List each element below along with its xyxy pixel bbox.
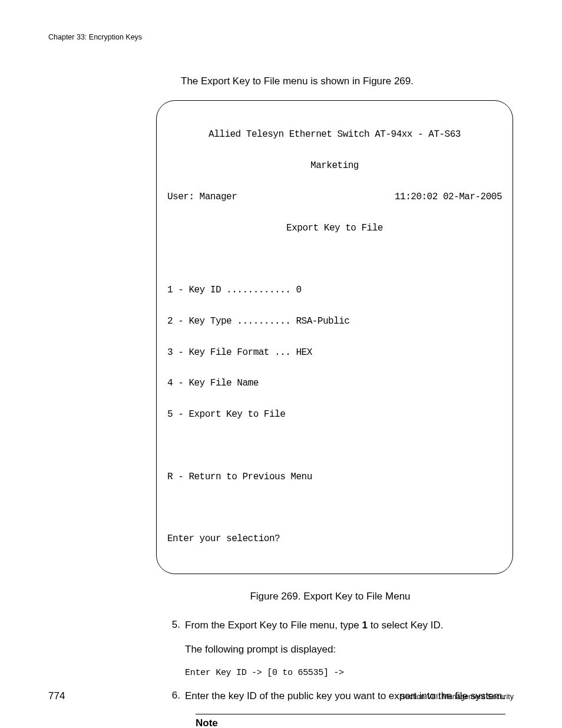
figure-caption: Figure 269. Export Key to File Menu	[146, 591, 515, 602]
terminal-line-5: 5 - Export Key to File	[167, 410, 502, 420]
text: to select Key ID.	[368, 620, 444, 631]
terminal-line-2: 2 - Key Type .......... RSA-Public	[167, 317, 502, 327]
steps-container: 5. From the Export Key to File menu, typ…	[164, 619, 505, 728]
terminal-user: User: Manager	[167, 192, 237, 203]
terminal-blank	[167, 503, 502, 514]
note-block: Note Key Type is a read-only field. You …	[196, 714, 505, 728]
step-5: 5. From the Export Key to File menu, typ…	[164, 619, 505, 679]
terminal-banner-2: Marketing	[167, 161, 502, 172]
page-root: Chapter 33: Encryption Keys The Export K…	[0, 0, 562, 728]
terminal-userline: User: Manager 11:20:02 02-Mar-2005	[167, 192, 502, 203]
step-number: 5.	[164, 619, 185, 679]
terminal-line-1: 1 - Key ID ............ 0	[167, 285, 502, 296]
terminal-title: Export Key to File	[167, 223, 502, 234]
text: From the Export Key to File menu, type	[185, 620, 362, 631]
section-label: Section VIII: Management Security	[401, 693, 514, 701]
terminal-prompt: Enter your selection?	[167, 534, 502, 545]
chapter-header: Chapter 33: Encryption Keys	[48, 33, 514, 41]
terminal-timestamp: 11:20:02 02-Mar-2005	[395, 192, 502, 203]
terminal-line-4: 4 - Key File Name	[167, 378, 502, 389]
step-body: From the Export Key to File menu, type 1…	[185, 619, 505, 679]
terminal-blank	[167, 254, 502, 265]
terminal-output: Enter Key ID -> [0 to 65535] ->	[185, 667, 505, 679]
terminal-frame: Allied Telesyn Ethernet Switch AT-94xx -…	[156, 100, 513, 574]
text-bold: 1	[362, 620, 367, 631]
page-footer: 774 Section VIII: Management Security	[48, 690, 514, 702]
terminal-blank	[167, 441, 502, 452]
terminal-line-3: 3 - Key File Format ... HEX	[167, 348, 502, 358]
terminal-line-r: R - Return to Previous Menu	[167, 472, 502, 483]
text: The following prompt is displayed:	[185, 643, 505, 657]
terminal-banner-1: Allied Telesyn Ethernet Switch AT-94xx -…	[167, 130, 502, 140]
note-title: Note	[196, 717, 505, 728]
intro-paragraph: The Export Key to File menu is shown in …	[181, 75, 514, 87]
page-number: 774	[48, 690, 65, 702]
